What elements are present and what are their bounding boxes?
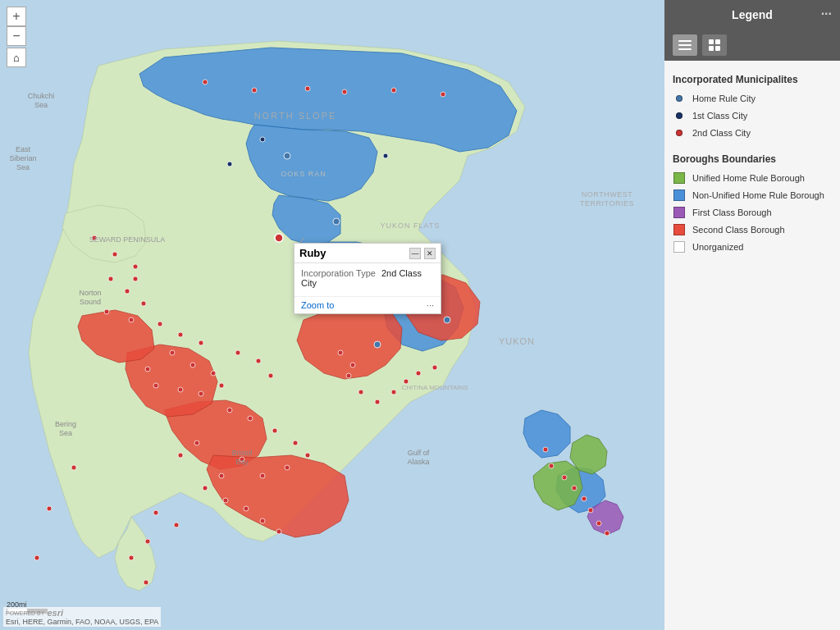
svg-text:YUKON: YUKON [499, 336, 535, 346]
legend-item-non-unified-home-rule: Non-Unified Home Rule Borough [673, 189, 832, 202]
home-button[interactable]: ⌂ [7, 48, 26, 67]
svg-point-13 [125, 289, 130, 294]
attribution-credits: Esri, HERE, Garmin, FAO, NOAA, USGS, EPA [6, 618, 158, 626]
svg-point-22 [211, 371, 216, 376]
legend-item-1st-class-city: 1st Class City [673, 109, 832, 122]
legend-options-button[interactable]: ··· [821, 7, 832, 21]
legend-symbol-non-unified-home-rule [673, 189, 686, 202]
legend-symbol-first-class-borough [673, 206, 686, 219]
popup-more-button[interactable]: ··· [427, 300, 434, 310]
legend-list-view-button[interactable] [673, 34, 697, 56]
legend-title: Legend [732, 8, 773, 21]
legend-symbol-2nd-class-city [673, 126, 686, 139]
svg-point-27 [219, 383, 224, 388]
svg-point-11 [133, 264, 138, 269]
svg-point-42 [223, 498, 228, 503]
svg-point-63 [252, 88, 257, 93]
popup-zoom-link[interactable]: Zoom to [301, 300, 334, 310]
svg-point-17 [158, 322, 162, 326]
svg-point-23 [145, 367, 150, 372]
svg-point-10 [112, 252, 117, 257]
svg-point-33 [248, 416, 253, 421]
svg-point-52 [144, 580, 148, 585]
legend-panel: Legend ··· Incorporated Municipalites [664, 0, 840, 630]
svg-point-64 [305, 86, 310, 91]
legend-symbol-unorganized [673, 240, 686, 253]
svg-point-46 [178, 453, 183, 458]
svg-text:Bristol: Bristol [231, 449, 252, 457]
popup-controls: — ✕ [409, 248, 436, 259]
svg-text:YUKON FLATS: YUKON FLATS [381, 221, 441, 230]
legend-symbol-home-rule-city [673, 92, 686, 105]
legend-symbol-unified-home-rule [673, 171, 686, 185]
svg-text:Sound: Sound [80, 298, 101, 306]
svg-rect-107 [709, 46, 714, 51]
svg-point-26 [199, 391, 203, 396]
legend-label-second-class-borough: Second Class Borough [692, 225, 785, 235]
esri-logo: esri [47, 608, 63, 618]
svg-rect-104 [678, 48, 692, 50]
svg-text:Siberian: Siberian [9, 154, 36, 162]
legend-item-2nd-class-city: 2nd Class City [673, 126, 832, 139]
legend-symbol-second-class-borough [673, 223, 686, 236]
svg-text:SEWARD PENINSULA: SEWARD PENINSULA [89, 235, 166, 244]
svg-point-8 [383, 153, 388, 158]
svg-rect-108 [715, 46, 720, 51]
popup-body: Incorporation Type 2nd Class City [294, 263, 441, 296]
legend-item-unified-home-rule: Unified Home Rule Borough [673, 171, 832, 185]
svg-point-44 [260, 518, 265, 523]
home-icon: ⌂ [13, 52, 20, 64]
svg-point-5 [444, 317, 450, 323]
svg-point-53 [350, 363, 355, 368]
svg-text:Bay: Bay [235, 458, 249, 466]
legend-item-unorganized: Unorganized [673, 240, 832, 253]
map-container[interactable]: NORTH SLOPE Chukchi Sea East Siberian Se… [0, 0, 664, 630]
svg-point-57 [375, 399, 380, 404]
legend-label-unorganized: Unorganized [692, 242, 743, 252]
popup-close-button[interactable]: ✕ [424, 248, 436, 259]
legend-section-boroughs-title: Boroughs Boundaries [673, 153, 832, 165]
svg-point-45 [276, 529, 281, 534]
svg-point-18 [178, 332, 183, 337]
svg-rect-103 [678, 44, 692, 46]
legend-item-first-class-borough: First Class Borough [673, 206, 832, 219]
svg-point-19 [199, 340, 203, 345]
legend-label-non-unified-home-rule: Non-Unified Home Rule Borough [692, 190, 824, 200]
list-icon [678, 39, 692, 51]
svg-point-6 [260, 137, 265, 142]
svg-point-16 [129, 317, 134, 322]
svg-point-70 [34, 555, 39, 560]
svg-rect-102 [678, 40, 692, 42]
svg-point-4 [284, 153, 290, 159]
svg-point-72 [549, 463, 554, 468]
svg-point-73 [562, 475, 567, 480]
legend-item-home-rule-city: Home Rule City [673, 92, 832, 105]
svg-point-38 [260, 473, 265, 478]
svg-point-1 [374, 341, 381, 348]
svg-point-34 [272, 428, 277, 433]
legend-label-first-class-borough: First Class Borough [692, 208, 772, 217]
zoom-in-button[interactable]: + [7, 7, 26, 26]
svg-point-47 [194, 441, 199, 445]
popup-minimize-button[interactable]: — [409, 248, 421, 259]
svg-point-30 [256, 358, 261, 363]
attribution: POWERED BY esri Esri, HERE, Garmin, FAO,… [3, 607, 161, 627]
svg-text:Norton: Norton [79, 289, 101, 297]
svg-point-21 [190, 363, 195, 368]
svg-point-66 [391, 88, 396, 93]
svg-point-65 [342, 89, 347, 94]
svg-point-54 [338, 350, 343, 355]
popup-field-incorporation: Incorporation Type 2nd Class City [301, 268, 434, 288]
svg-point-12 [108, 276, 113, 281]
svg-point-15 [104, 309, 109, 314]
svg-point-24 [153, 383, 158, 388]
svg-rect-105 [709, 39, 714, 44]
svg-point-29 [235, 350, 240, 355]
svg-point-67 [441, 92, 445, 97]
popup-field-label: Incorporation Type [301, 268, 376, 278]
svg-point-20 [170, 350, 175, 355]
svg-point-74 [572, 486, 577, 491]
legend-grid-view-button[interactable] [702, 34, 727, 56]
svg-point-32 [227, 408, 232, 413]
zoom-out-button[interactable]: − [7, 26, 26, 46]
